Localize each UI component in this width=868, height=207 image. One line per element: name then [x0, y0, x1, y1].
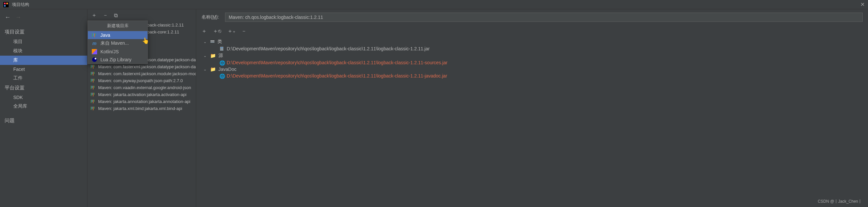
popup-item-label: 来自 Maven... — [100, 40, 129, 46]
list-item[interactable]: Maven: jakarta.xml.bind:jakarta.xml.bind… — [88, 105, 196, 112]
name-label: 名称(M): — [202, 14, 219, 20]
svg-point-6 — [92, 57, 97, 62]
forward-icon[interactable]: → — [15, 14, 21, 21]
tree-node-javadoc[interactable]: ⌄ 📁 JavaDoc — [202, 66, 863, 72]
lib-label: Maven: jakarta.activation:jakarta.activa… — [98, 92, 187, 97]
folder-icon: 📁 — [210, 53, 216, 58]
kotlin-icon — [92, 49, 97, 54]
chevron-down-icon: ⌄ — [204, 40, 208, 44]
list-item[interactable]: Maven: com.jayway.jsonpath:json-path:2.7… — [88, 77, 196, 84]
window-title: 项目结构 — [12, 2, 29, 8]
tree-leaf-classes-path[interactable]: D:\Development\Maven\repository\ch\qos\l… — [202, 45, 863, 52]
sidebar-item-project[interactable]: 项目 — [0, 37, 87, 46]
lib-label: Maven: com.fasterxml.jackson.module:jack… — [98, 71, 196, 76]
tree-leaf-javadoc-path[interactable]: 🌐 D:\Development\Maven\repository\ch\qos… — [202, 72, 863, 79]
copy-icon[interactable]: ⧉ — [114, 12, 118, 19]
library-icon — [91, 72, 95, 75]
detail-panel: 名称(M): ＋ ＋⎋ ＋₊ － ⌄ 类 D:\Development\Mave… — [196, 9, 868, 207]
svg-rect-9 — [211, 40, 214, 41]
svg-point-7 — [95, 58, 96, 60]
library-icon — [91, 86, 95, 90]
maven-icon: m — [92, 41, 97, 46]
lua-icon — [92, 57, 97, 62]
sidebar-item-sdk[interactable]: SDK — [0, 93, 87, 102]
tree-path: D:\Development\Maven\repository\ch\qos\l… — [227, 73, 447, 78]
svg-rect-3 — [4, 5, 6, 7]
lib-label: Maven: com.jayway.jsonpath:json-path:2.7… — [98, 78, 183, 83]
library-icon — [91, 65, 95, 69]
svg-rect-8 — [211, 42, 214, 43]
new-library-popup: 新建项目库 Java m 来自 Maven... Kotlin/JS Lua Z… — [88, 21, 148, 64]
add-folder-icon[interactable]: ＋₊ — [227, 28, 235, 35]
jar-icon — [219, 46, 224, 51]
svg-rect-10 — [220, 47, 223, 51]
svg-rect-1 — [4, 3, 6, 4]
list-item[interactable]: Maven: jakarta.annotation:jakarta.annota… — [88, 98, 196, 105]
globe-missing-icon: 🌐 — [219, 60, 224, 65]
svg-rect-2 — [6, 3, 8, 4]
lib-label: Maven: com.fasterxml.jackson.datatype:ja… — [98, 64, 196, 69]
back-icon[interactable]: ← — [5, 14, 10, 21]
library-panel: ＋ － ⧉ 新建项目库 Java m 来自 Maven... Kotlin/JS… — [88, 9, 196, 207]
titlebar: 项目结构 ✕ — [0, 0, 868, 9]
list-item[interactable]: Maven: com.vaadin.external.google:androi… — [88, 84, 196, 91]
popup-item-label: Lua Zip Library — [100, 57, 131, 62]
add-icon[interactable]: ＋ — [91, 12, 97, 19]
java-icon — [92, 32, 97, 38]
stack-icon — [210, 39, 215, 44]
sidebar-item-artifact[interactable]: 工件 — [0, 73, 87, 83]
sidebar-item-library[interactable]: 库 — [0, 56, 87, 65]
tree-path: D:\Development\Maven\repository\ch\qos\l… — [227, 46, 430, 51]
tree-label: 类 — [217, 39, 222, 45]
library-icon — [91, 100, 95, 103]
tree-label: JavaDoc — [218, 67, 236, 72]
detail-toolbar: ＋ ＋⎋ ＋₊ － — [202, 27, 863, 38]
remove-icon[interactable]: － — [241, 28, 247, 35]
globe-missing-icon: 🌐 — [219, 73, 224, 78]
section-project-settings: 项目设置 — [0, 27, 87, 37]
add-url-icon[interactable]: ＋⎋ — [213, 28, 221, 35]
sidebar-item-global-lib[interactable]: 全局库 — [0, 102, 87, 111]
lib-toolbar: ＋ － ⧉ — [88, 9, 196, 22]
lib-label: Maven: jakarta.xml.bind:jakarta.xml.bind… — [98, 106, 182, 111]
tree-node-sources[interactable]: ⌄ 📁 源 — [202, 52, 863, 59]
chevron-down-icon: ⌄ — [204, 67, 208, 72]
list-item[interactable]: Maven: com.fasterxml.jackson.module:jack… — [88, 70, 196, 77]
chevron-down-icon: ⌄ — [204, 54, 208, 58]
popup-item-lua[interactable]: Lua Zip Library — [88, 56, 148, 64]
library-icon — [91, 93, 95, 96]
section-platform-settings: 平台设置 — [0, 83, 87, 93]
library-icon — [91, 107, 95, 110]
popup-item-label: Java — [100, 32, 111, 38]
popup-item-kotlin[interactable]: Kotlin/JS — [88, 48, 148, 56]
name-input[interactable] — [225, 12, 863, 22]
sidebar-problems[interactable]: 问题 — [0, 115, 87, 126]
list-item[interactable]: Maven: jakarta.activation:jakarta.activa… — [88, 91, 196, 98]
tree-path: D:\Development\Maven\repository\ch\qos\l… — [227, 60, 447, 65]
sidebar-item-facet[interactable]: Facet — [0, 65, 87, 73]
add-icon[interactable]: ＋ — [202, 28, 207, 35]
popup-item-label: Kotlin/JS — [100, 49, 119, 54]
library-icon — [91, 79, 95, 82]
tree-label: 源 — [218, 53, 223, 59]
library-tree: ⌄ 类 D:\Development\Maven\repository\ch\q… — [202, 38, 863, 79]
popup-title: 新建项目库 — [88, 21, 148, 31]
remove-icon[interactable]: － — [103, 12, 108, 19]
app-icon — [3, 2, 9, 7]
sidebar: ← → 项目设置 项目 模块 库 Facet 工件 平台设置 SDK 全局库 问… — [0, 9, 88, 207]
popup-item-maven[interactable]: m 来自 Maven... — [88, 39, 148, 48]
tree-node-classes[interactable]: ⌄ 类 — [202, 38, 863, 45]
popup-item-java[interactable]: Java — [88, 31, 148, 39]
svg-rect-11 — [221, 47, 223, 48]
lib-label: Maven: jakarta.annotation:jakarta.annota… — [98, 99, 190, 104]
lib-label: Maven: com.vaadin.external.google:androi… — [98, 85, 191, 90]
watermark: CSDN @丨Jack_Chen丨 — [817, 199, 862, 204]
sidebar-item-module[interactable]: 模块 — [0, 46, 87, 56]
tree-leaf-sources-path[interactable]: 🌐 D:\Development\Maven\repository\ch\qos… — [202, 59, 863, 66]
folder-icon: 📁 — [210, 67, 216, 72]
list-item[interactable]: Maven: com.fasterxml.jackson.datatype:ja… — [88, 63, 196, 70]
close-icon[interactable]: ✕ — [860, 1, 865, 8]
